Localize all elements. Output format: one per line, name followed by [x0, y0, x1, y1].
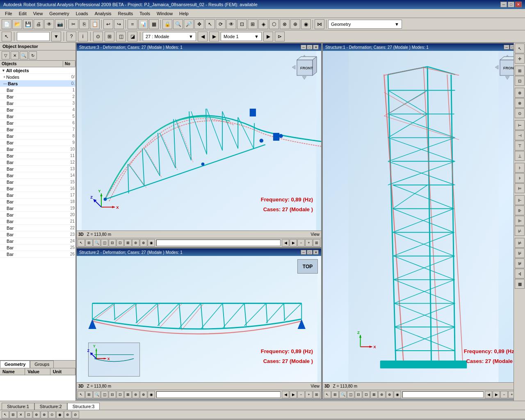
s3-scrollbar[interactable]	[156, 240, 281, 246]
menu-results[interactable]: Results	[115, 10, 137, 17]
rt-t1[interactable]: ⊢	[515, 120, 525, 130]
struct3-close[interactable]: ✕	[313, 45, 319, 50]
struct2-minimize[interactable]: ─	[301, 250, 306, 255]
help-btn[interactable]: ?	[66, 32, 76, 41]
s2-fit[interactable]: ⊞	[313, 391, 320, 398]
preview-button[interactable]: 👁	[44, 19, 54, 29]
anim2-btn[interactable]: ⊳	[275, 32, 285, 41]
rt-t3[interactable]: ⊤	[515, 141, 525, 151]
s3-btn7[interactable]: ⊠	[124, 239, 132, 247]
rt-t7[interactable]: ⊨	[515, 183, 525, 193]
cursor-btn[interactable]: ↖	[2, 32, 11, 41]
section-btn[interactable]: ⊡	[237, 19, 247, 29]
s1-btn10[interactable]: ◉	[394, 391, 401, 398]
view3-btn[interactable]: ◪	[128, 32, 137, 41]
s2-zoom2[interactable]: +	[305, 391, 313, 398]
undo-button[interactable]: ↩	[103, 19, 113, 29]
redo-button[interactable]: ↪	[114, 19, 124, 29]
render-btn[interactable]: ◈	[258, 19, 268, 29]
open-button[interactable]: 📂	[12, 19, 22, 29]
s1-btn5[interactable]: ⊟	[355, 391, 362, 398]
rt-t4[interactable]: ⊥	[515, 151, 525, 161]
s2-btn7[interactable]: ⊠	[124, 391, 132, 398]
menu-help[interactable]: Help	[176, 10, 192, 17]
s3-btn5[interactable]: ⊟	[109, 239, 116, 247]
tree-row-bar19[interactable]: Bar19	[0, 205, 75, 212]
mode-dropdown[interactable]: 27 : Modale ▼	[143, 32, 196, 41]
tree-row-bar3[interactable]: Bar3	[0, 100, 75, 107]
s2-btn2[interactable]: ⊞	[85, 391, 93, 398]
s1-nav2[interactable]: ▶	[493, 391, 500, 398]
rt-t14[interactable]: ⊯	[515, 258, 525, 268]
menu-file[interactable]: File	[2, 10, 16, 17]
struct-tab-1[interactable]: Structure:1	[2, 403, 34, 410]
screenshot-button[interactable]: 📷	[55, 19, 65, 29]
table-button[interactable]: ▦	[149, 19, 159, 29]
tree-row-bar25[interactable]: Bar25	[0, 244, 75, 251]
bt-btn9[interactable]: ⊛	[64, 411, 71, 418]
grid2-btn[interactable]: ⊞	[105, 32, 114, 41]
zoom-in-button[interactable]: 🔍	[173, 19, 183, 29]
zoom-out-button[interactable]: 🔎	[184, 19, 194, 29]
tree-row-bar17[interactable]: Bar17	[0, 192, 75, 199]
cut-button[interactable]: ✂	[68, 19, 78, 29]
view2-btn[interactable]: ◫	[116, 32, 126, 41]
struct2-maximize[interactable]: □	[307, 250, 313, 255]
rt-material[interactable]: ⊕	[515, 88, 525, 98]
rt-cursor[interactable]: ✛	[515, 54, 525, 64]
tree-row-bar21[interactable]: Bar21	[0, 218, 75, 225]
snap-btn[interactable]: ⊙	[93, 32, 103, 41]
bt-btn4[interactable]: ⊡	[25, 411, 32, 418]
input-field[interactable]	[17, 32, 50, 41]
rt-t5[interactable]: ⊦	[515, 163, 525, 173]
s2-btn4[interactable]: ◫	[101, 391, 108, 398]
s2-btn10[interactable]: ◉	[148, 391, 155, 398]
s1-btn4[interactable]: ◫	[347, 391, 354, 398]
s3-nav2[interactable]: ▶	[290, 239, 297, 247]
rt-t10[interactable]: ⊫	[515, 216, 525, 226]
search-btn[interactable]: 🔍	[20, 51, 28, 59]
rt-support[interactable]: ⊙	[515, 108, 525, 118]
tree-row-all[interactable]: ▼ All objects	[0, 67, 75, 74]
support-btn[interactable]: ⊕	[290, 19, 300, 29]
input-arrow[interactable]: ▼	[51, 32, 61, 41]
s2-btn1[interactable]: ↖	[78, 391, 85, 398]
tree-row-bar12[interactable]: Bar12	[0, 159, 75, 166]
lock-button[interactable]: 🔒	[162, 19, 172, 29]
s1-nav1[interactable]: ◀	[485, 391, 492, 398]
tree-row-bar10[interactable]: Bar10	[0, 146, 75, 153]
tree-row-bar4[interactable]: Bar4	[0, 107, 75, 113]
filter-btn[interactable]: ▽	[2, 51, 10, 59]
tree-row-bar26[interactable]: Bar26	[0, 251, 75, 258]
rt-t15[interactable]: ⊰	[515, 269, 525, 278]
s2-scrollbar[interactable]	[156, 391, 281, 398]
rt-t8[interactable]: ⊩	[515, 195, 525, 205]
bt-btn2[interactable]: ⊞	[9, 411, 17, 418]
bt-btn7[interactable]: ⊙	[48, 411, 56, 418]
menu-view[interactable]: View	[30, 10, 46, 17]
rt-select[interactable]: ↖	[515, 43, 525, 53]
extra-btn[interactable]: ◉	[301, 19, 311, 29]
struct2-view-cube[interactable]: TOP	[297, 259, 318, 274]
pan-button[interactable]: ✥	[194, 19, 204, 29]
tab-geometry[interactable]: Geometry	[0, 361, 30, 368]
tree-row-bars[interactable]: — Bars 0.	[0, 80, 75, 87]
s1-scrollbar[interactable]	[402, 391, 484, 398]
save-button[interactable]: 💾	[23, 19, 33, 29]
view-btn[interactable]: 👁	[226, 19, 236, 29]
struct3-maximize[interactable]: □	[307, 45, 313, 50]
mode2-dropdown[interactable]: Mode 1 ▼	[221, 32, 262, 41]
s3-btn10[interactable]: ◉	[148, 239, 155, 247]
s1-btn6[interactable]: ⊡	[363, 391, 370, 398]
struct3-viewport[interactable]: X Y Z	[77, 51, 321, 231]
struct1-viewport[interactable]: X Z FRONT	[323, 51, 524, 382]
s1-btn3[interactable]: 🔍	[339, 391, 347, 398]
tree-row-bar20[interactable]: Bar20	[0, 212, 75, 218]
s3-btn2[interactable]: ⊞	[85, 239, 93, 247]
rt-t13[interactable]: ⊮	[515, 248, 525, 258]
struct2-viewport[interactable]: TOP X Y Z	[77, 256, 321, 382]
s2-nav2[interactable]: ▶	[290, 391, 297, 398]
results-button[interactable]: 📊	[138, 19, 148, 29]
info-btn[interactable]: i	[78, 32, 88, 41]
s3-btn4[interactable]: ◫	[101, 239, 108, 247]
